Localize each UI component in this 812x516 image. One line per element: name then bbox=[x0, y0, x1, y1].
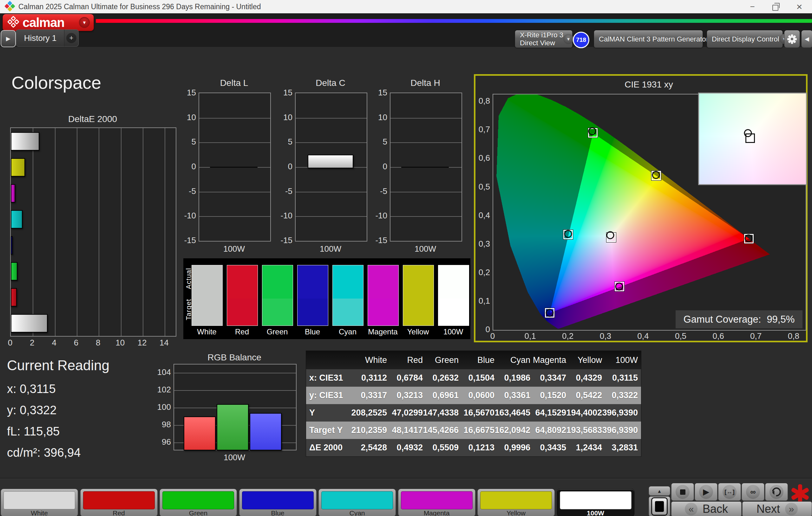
meter-count-badge[interactable]: 718 bbox=[573, 32, 589, 48]
gridline bbox=[77, 128, 78, 336]
stop-button[interactable] bbox=[671, 483, 694, 501]
color-button-blue[interactable]: Blue bbox=[239, 489, 317, 516]
table-cell: 64,8092 bbox=[533, 422, 569, 439]
axis-tick-label: 15 bbox=[283, 88, 292, 98]
axis-tick-label: 2 bbox=[30, 338, 34, 348]
swatch-label: Blue bbox=[297, 327, 328, 336]
table-cell: 147,4338 bbox=[426, 404, 462, 422]
pattern-up-button[interactable]: ▲ bbox=[649, 486, 670, 496]
tab-history-1[interactable]: History 1 bbox=[16, 29, 65, 47]
add-tab-button[interactable]: + bbox=[64, 29, 79, 47]
table-row: y: CIE310,33170,32130,69610,06000,33610,… bbox=[306, 387, 641, 404]
cie-x-tick-label: 0,1 bbox=[525, 331, 536, 341]
range-button[interactable]: [↔] bbox=[718, 483, 741, 501]
pattern-window-icon bbox=[651, 497, 668, 516]
color-patch-100w bbox=[560, 491, 632, 509]
table-cell: 0,3115 bbox=[605, 369, 641, 387]
delta-bar bbox=[308, 155, 353, 168]
color-button-label: Magenta bbox=[398, 509, 475, 516]
table-cell: 163,4645 bbox=[498, 404, 533, 422]
table-cell: 194,4002 bbox=[569, 404, 605, 422]
color-button-red[interactable]: Red bbox=[80, 489, 157, 516]
zero-value-line bbox=[401, 167, 449, 168]
deltae-plot-area bbox=[10, 127, 176, 337]
axis-tick-label: -5 bbox=[380, 186, 387, 196]
table-cell: 0,3361 bbox=[498, 387, 533, 404]
color-button-cyan[interactable]: Cyan bbox=[318, 489, 396, 516]
close-button[interactable]: × bbox=[789, 0, 809, 13]
table-cell: 3,2831 bbox=[605, 439, 641, 456]
gridline bbox=[174, 373, 296, 373]
gridline bbox=[390, 216, 462, 217]
color-patch-magenta bbox=[401, 491, 473, 509]
cie-x-tick-label: 0,6 bbox=[713, 331, 724, 341]
color-button-label: Yellow bbox=[478, 509, 554, 516]
chevron-down-icon: ▼ bbox=[79, 17, 90, 28]
table-cell: 0,6961 bbox=[426, 387, 462, 404]
cie-y-tick-label: 0 bbox=[486, 325, 490, 334]
delta-l-plot-area bbox=[199, 93, 271, 242]
tab-scroll-button[interactable]: ▶ bbox=[1, 30, 16, 47]
color-button-magenta[interactable]: Magenta bbox=[398, 489, 475, 516]
play-button[interactable]: ▶ bbox=[695, 483, 718, 501]
axis-category-label: 100W bbox=[199, 244, 270, 254]
inset-actual-marker-white bbox=[744, 129, 752, 137]
gridline bbox=[390, 192, 462, 192]
color-button-yellow[interactable]: Yellow bbox=[477, 489, 555, 516]
reading-fl: fL: 115,85 bbox=[7, 425, 110, 438]
swatch-label: 100W bbox=[438, 327, 468, 336]
axis-tick-label: -10 bbox=[184, 211, 196, 221]
stop-square bbox=[680, 489, 686, 495]
minimize-button[interactable]: − bbox=[742, 0, 762, 13]
cie-x-tick-label: 0 bbox=[490, 331, 495, 341]
swatch-target bbox=[333, 299, 363, 326]
calman-logo-text: calman bbox=[23, 16, 64, 30]
axis-tick-label: 5 bbox=[383, 137, 387, 147]
table-cell: 396,9390 bbox=[605, 404, 641, 422]
refresh-button[interactable] bbox=[765, 483, 788, 501]
color-button-white[interactable]: White bbox=[1, 489, 78, 516]
plus-icon: + bbox=[66, 33, 77, 43]
axis-tick-label: -15 bbox=[281, 236, 292, 245]
color-button-green[interactable]: Green bbox=[160, 489, 237, 516]
row-label: Target Y bbox=[306, 422, 354, 439]
gridline bbox=[143, 128, 143, 336]
axis-tick-label: 10 bbox=[115, 338, 125, 348]
color-patch-blue bbox=[242, 491, 314, 509]
calman-menu-button[interactable]: calman ▼ bbox=[3, 14, 94, 31]
axis-tick-label: 5 bbox=[192, 137, 196, 147]
meter-dropdown[interactable]: X-Rite i1Pro 3Direct View ▼ bbox=[515, 30, 573, 48]
back-button[interactable]: « Back bbox=[671, 502, 742, 516]
settings-button[interactable] bbox=[784, 30, 800, 48]
collapse-panel-button[interactable]: ◀ bbox=[801, 30, 812, 48]
cie-y-tick-label: 0,5 bbox=[478, 182, 490, 191]
color-button-label: Cyan bbox=[319, 509, 396, 516]
cie-y-tick-label: 0,4 bbox=[478, 210, 490, 220]
swatch-actual bbox=[227, 265, 258, 299]
rgb-plot-area bbox=[174, 364, 296, 450]
axis-tick-label: 0 bbox=[383, 162, 387, 172]
axis-tick-label: -5 bbox=[189, 186, 196, 196]
display-control-dropdown[interactable]: Direct Display Control ▼ bbox=[707, 30, 783, 48]
chart-title: Delta C bbox=[295, 78, 366, 88]
swatch-actual bbox=[438, 265, 469, 299]
loop-button[interactable]: ∞ bbox=[742, 483, 764, 501]
restore-button[interactable] bbox=[765, 0, 785, 13]
swatch-white bbox=[192, 265, 223, 326]
swatch-actual bbox=[192, 265, 222, 299]
zero-value-line bbox=[210, 167, 258, 168]
cie-x-tick-label: 0,7 bbox=[750, 331, 761, 341]
pattern-window-button[interactable] bbox=[649, 496, 670, 516]
color-button-100w[interactable]: 100W bbox=[557, 489, 634, 516]
next-button[interactable]: Next » bbox=[742, 502, 812, 516]
table-cell: 0,3322 bbox=[605, 387, 641, 404]
swatch-100w bbox=[438, 265, 469, 326]
app-logo-icon bbox=[4, 1, 16, 13]
cie-y-tick-label: 0,7 bbox=[478, 125, 490, 134]
axis-tick-label: 12 bbox=[138, 338, 147, 348]
chart-title: Delta L bbox=[199, 78, 270, 88]
row-label: Y bbox=[306, 404, 354, 422]
swatch-blue bbox=[297, 265, 328, 326]
pattern-generator-dropdown[interactable]: CalMAN Client 3 Pattern Generator ▼ bbox=[594, 30, 703, 48]
page-title: Colorspace bbox=[11, 72, 101, 93]
